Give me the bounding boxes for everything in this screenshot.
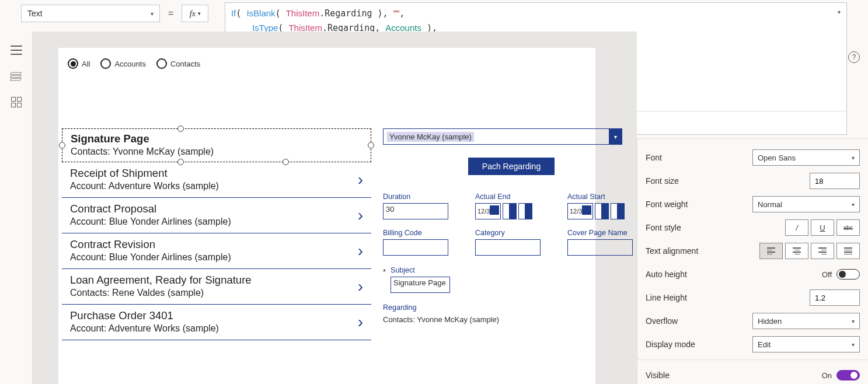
lookup-value: Yvonne McKay (sample) xyxy=(387,132,474,142)
patch-regarding-button[interactable]: Pach Regarding xyxy=(468,158,555,175)
field-label: Duration xyxy=(383,193,459,201)
actual-start-field: Actual Start 12/3 xyxy=(567,193,637,219)
properties-panel: Font Open Sans▾ Font size Font weight No… xyxy=(637,138,868,384)
chevron-right-icon: › xyxy=(358,277,363,296)
help-icon[interactable]: ? xyxy=(848,51,860,63)
align-center-button[interactable] xyxy=(785,243,808,259)
radio-icon xyxy=(100,58,111,69)
prop-label: Auto height xyxy=(646,270,687,279)
hour-select[interactable] xyxy=(595,203,609,219)
filter-radio-group: All Accounts Contacts xyxy=(58,48,595,75)
gallery-item-subtitle: Contacts: Rene Valdes (sample) xyxy=(70,288,368,298)
gallery-item-subtitle: Account: Adventure Works (sample) xyxy=(70,323,368,334)
canvas-area: All Accounts Contacts Signature Page Con… xyxy=(33,32,637,384)
tree-view-icon[interactable] xyxy=(11,46,22,55)
regarding-value: Contacts: Yvonne McKay (sample) xyxy=(383,315,637,324)
app-canvas[interactable]: All Accounts Contacts Signature Page Con… xyxy=(58,48,595,384)
prop-label: Overflow xyxy=(646,316,678,326)
left-rail xyxy=(0,32,33,384)
prop-label: Font style xyxy=(646,223,681,232)
duration-field: Duration 30 xyxy=(383,193,459,219)
category-input[interactable] xyxy=(475,239,541,256)
property-selector-value: Text xyxy=(27,9,43,18)
property-selector[interactable]: Text ▾ xyxy=(21,5,160,22)
field-label: Category xyxy=(475,229,551,237)
align-right-button[interactable] xyxy=(811,243,834,259)
billing-input[interactable] xyxy=(383,239,448,256)
resize-handle[interactable] xyxy=(177,125,184,132)
gallery-item[interactable]: Loan Agreement, Ready for Signature Cont… xyxy=(62,269,371,305)
gallery-item-selected[interactable]: Signature Page Contacts: Yvonne McKay (s… xyxy=(62,128,371,162)
align-justify-button[interactable] xyxy=(836,243,860,259)
gallery-item-title: Receipt of Shipment xyxy=(70,167,368,180)
visible-toggle[interactable] xyxy=(836,370,860,380)
radio-icon xyxy=(156,58,167,69)
minute-select[interactable] xyxy=(518,203,532,219)
chevron-right-icon: › xyxy=(358,206,363,225)
date-input[interactable]: 12/3 xyxy=(475,203,501,219)
radio-all[interactable]: All xyxy=(68,58,90,69)
field-label: Subject xyxy=(391,266,450,274)
billing-code-field: Billing Code xyxy=(383,229,459,256)
prop-label: Display mode xyxy=(646,340,695,349)
components-icon[interactable] xyxy=(11,97,22,107)
chevron-right-icon: › xyxy=(358,313,363,331)
actual-end-field: Actual End 12/3 xyxy=(475,193,551,219)
font-select[interactable]: Open Sans▾ xyxy=(752,149,860,166)
prop-label: Line Height xyxy=(646,293,687,302)
prop-label: Text alignment xyxy=(646,246,698,256)
layers-icon[interactable] xyxy=(11,71,22,81)
field-label: Cover Page Name xyxy=(567,229,637,237)
overflow-select[interactable]: Hidden▾ xyxy=(752,313,860,329)
radio-accounts[interactable]: Accounts xyxy=(100,58,145,69)
hour-select[interactable] xyxy=(503,203,517,219)
chevron-down-icon: ▾ xyxy=(852,155,855,161)
line-height-input[interactable] xyxy=(810,289,860,306)
gallery-item[interactable]: Receipt of Shipment Account: Adventure W… xyxy=(62,162,371,198)
display-mode-select[interactable]: Edit▾ xyxy=(752,336,860,352)
formula-expand-icon[interactable]: ▾ xyxy=(838,8,841,18)
underline-button[interactable]: U xyxy=(811,219,834,236)
resize-handle[interactable] xyxy=(59,142,65,149)
field-label: Regarding xyxy=(383,303,637,312)
divider xyxy=(637,359,868,360)
auto-height-toggle[interactable] xyxy=(836,269,860,280)
equals-label: = xyxy=(165,8,177,19)
font-size-input[interactable] xyxy=(810,173,860,189)
chevron-down-icon: ▾ xyxy=(852,201,855,208)
regarding-display: Regarding Contacts: Yvonne McKay (sample… xyxy=(383,303,637,324)
field-label: Billing Code xyxy=(383,229,459,237)
cover-page-field: Cover Page Name xyxy=(567,229,637,256)
calendar-icon xyxy=(490,205,499,215)
resize-handle[interactable] xyxy=(368,142,374,149)
cover-input[interactable] xyxy=(567,239,633,256)
gallery-item-subtitle: Account: Blue Yonder Airlines (sample) xyxy=(70,252,368,263)
fx-button[interactable]: fx▾ xyxy=(182,5,208,22)
required-asterisk: * xyxy=(383,267,386,293)
subject-field: Subject Signature Page xyxy=(391,266,450,293)
gallery-item[interactable]: Contract Proposal Account: Blue Yonder A… xyxy=(62,198,371,233)
duration-input[interactable]: 30 xyxy=(383,203,448,219)
gallery: Signature Page Contacts: Yvonne McKay (s… xyxy=(62,128,371,340)
gallery-item[interactable]: Contract Revision Account: Blue Yonder A… xyxy=(62,233,371,269)
subject-input[interactable]: Signature Page xyxy=(391,277,450,293)
chevron-down-icon: ▾ xyxy=(151,11,154,17)
align-left-button[interactable] xyxy=(759,243,783,259)
font-weight-select[interactable]: Normal▾ xyxy=(752,196,860,212)
regarding-lookup[interactable]: Yvonne McKay (sample) ▾ xyxy=(383,128,622,145)
strikethrough-button[interactable]: abc xyxy=(836,219,860,236)
italic-button[interactable]: / xyxy=(785,219,808,236)
gallery-item-title: Purchase Order 3401 xyxy=(70,309,368,322)
minute-select[interactable] xyxy=(611,203,625,219)
gallery-item[interactable]: Purchase Order 3401 Account: Adventure W… xyxy=(62,305,371,340)
field-label: Actual End xyxy=(475,193,551,201)
prop-label: Font weight xyxy=(646,200,688,209)
date-input[interactable]: 12/3 xyxy=(567,203,593,219)
chevron-down-icon[interactable]: ▾ xyxy=(609,129,622,144)
radio-contacts[interactable]: Contacts xyxy=(156,58,200,69)
gallery-item-title: Signature Page xyxy=(71,132,367,145)
field-label: Actual Start xyxy=(567,193,637,201)
prop-label: Font xyxy=(646,153,662,162)
gallery-item-subtitle: Account: Blue Yonder Airlines (sample) xyxy=(70,217,368,227)
gallery-item-subtitle: Account: Adventure Works (sample) xyxy=(70,181,368,191)
